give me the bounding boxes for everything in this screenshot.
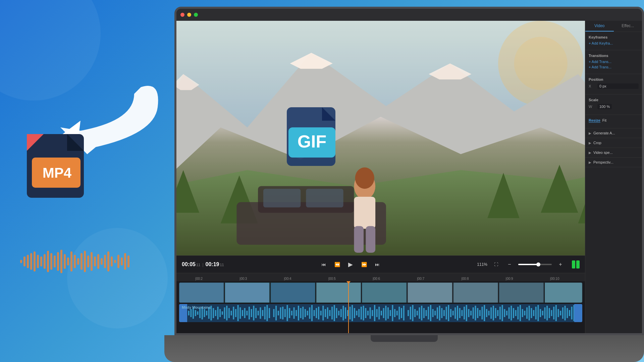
crop-section[interactable]: ▶ Crop bbox=[585, 138, 642, 148]
svg-rect-222 bbox=[484, 305, 485, 321]
video-speed-section[interactable]: ▶ Video spe... bbox=[585, 148, 642, 158]
svg-rect-235 bbox=[513, 308, 514, 318]
maximize-button[interactable] bbox=[194, 13, 198, 17]
svg-rect-185 bbox=[398, 307, 400, 319]
generate-ai-label: Generate A... bbox=[593, 131, 615, 135]
svg-rect-122 bbox=[255, 308, 257, 318]
timeline-tracks: Misty Mountains bbox=[176, 281, 585, 333]
resize-option[interactable]: Resize bbox=[589, 118, 600, 123]
svg-rect-241 bbox=[526, 307, 528, 319]
scale-w-label: W bbox=[589, 105, 595, 109]
svg-rect-132 bbox=[280, 307, 281, 319]
svg-rect-4 bbox=[23, 256, 25, 266]
svg-rect-223 bbox=[486, 309, 487, 317]
svg-text:GIF: GIF bbox=[298, 132, 327, 151]
tab-effects[interactable]: Effec... bbox=[614, 21, 642, 32]
color-bars-indicator bbox=[572, 260, 580, 268]
svg-rect-137 bbox=[291, 311, 292, 315]
svg-rect-182 bbox=[392, 305, 393, 321]
minimize-button[interactable] bbox=[187, 13, 191, 17]
svg-rect-237 bbox=[517, 307, 519, 319]
zoom-out-button[interactable]: − bbox=[505, 260, 514, 269]
svg-rect-73 bbox=[362, 283, 406, 302]
svg-rect-32 bbox=[117, 255, 119, 268]
svg-rect-100 bbox=[206, 311, 207, 315]
position-x-value[interactable]: 0 px bbox=[597, 83, 639, 89]
svg-rect-135 bbox=[287, 305, 288, 321]
svg-rect-13 bbox=[54, 255, 56, 267]
svg-rect-140 bbox=[298, 306, 299, 320]
svg-rect-134 bbox=[284, 309, 286, 317]
svg-rect-179 bbox=[385, 306, 386, 320]
svg-rect-248 bbox=[542, 311, 543, 315]
svg-rect-170 bbox=[365, 308, 366, 318]
skip-forward-button[interactable]: ⏭ bbox=[373, 260, 382, 269]
generate-ai-section[interactable]: ▶ Generate A... bbox=[585, 128, 642, 138]
svg-rect-186 bbox=[401, 308, 402, 318]
svg-rect-151 bbox=[322, 306, 324, 320]
rewind-button[interactable]: ⏪ bbox=[332, 260, 342, 269]
close-button[interactable] bbox=[180, 13, 184, 17]
current-time-display: 00:05 11 | 00:19 11 bbox=[182, 261, 224, 267]
svg-rect-216 bbox=[470, 311, 472, 315]
svg-rect-71 bbox=[317, 283, 361, 302]
add-keyframe-button[interactable]: + Add Keyfra... bbox=[589, 41, 639, 45]
audio-track[interactable]: Misty Mountains bbox=[179, 304, 582, 322]
svg-rect-113 bbox=[235, 309, 236, 317]
svg-rect-121 bbox=[253, 306, 254, 320]
svg-rect-184 bbox=[396, 311, 398, 315]
svg-rect-20 bbox=[77, 258, 79, 265]
svg-rect-150 bbox=[320, 311, 322, 315]
svg-rect-21 bbox=[80, 253, 83, 270]
svg-rect-115 bbox=[239, 307, 241, 319]
playhead[interactable] bbox=[348, 281, 349, 333]
video-area: 00:05 11 | 00:19 11 ⏮ ⏪ ▶ ⏩ ⏭ bbox=[176, 21, 585, 333]
svg-rect-24 bbox=[91, 252, 93, 271]
play-button[interactable]: ▶ bbox=[346, 260, 355, 269]
svg-rect-244 bbox=[533, 310, 534, 316]
svg-rect-18 bbox=[70, 251, 72, 272]
svg-rect-220 bbox=[479, 310, 481, 316]
svg-rect-189 bbox=[410, 307, 411, 319]
svg-rect-178 bbox=[383, 308, 384, 318]
svg-rect-226 bbox=[493, 306, 494, 320]
svg-rect-10 bbox=[44, 254, 46, 269]
svg-rect-243 bbox=[531, 308, 532, 318]
svg-rect-217 bbox=[473, 307, 474, 319]
laptop-base bbox=[164, 335, 644, 362]
svg-rect-246 bbox=[537, 305, 539, 321]
svg-rect-253 bbox=[553, 307, 554, 319]
ruler-mark-00:7: |00:7 bbox=[417, 277, 424, 281]
add-transition-button-2[interactable]: + Add Trans... bbox=[589, 65, 639, 69]
skip-back-button[interactable]: ⏮ bbox=[319, 260, 328, 269]
svg-rect-231 bbox=[504, 309, 505, 317]
perspective-section[interactable]: ▶ Perspectiv... bbox=[585, 158, 642, 167]
svg-rect-131 bbox=[278, 311, 279, 315]
fast-forward-button[interactable]: ⏩ bbox=[359, 260, 369, 269]
svg-rect-129 bbox=[273, 309, 274, 317]
zoom-in-button[interactable]: + bbox=[556, 260, 565, 269]
svg-rect-164 bbox=[352, 305, 353, 321]
svg-rect-104 bbox=[215, 310, 216, 316]
perspective-label: Perspectiv... bbox=[593, 160, 613, 164]
svg-rect-5 bbox=[27, 255, 29, 268]
svg-rect-77 bbox=[454, 283, 498, 302]
svg-rect-34 bbox=[124, 253, 126, 270]
svg-rect-188 bbox=[408, 310, 409, 316]
svg-rect-212 bbox=[461, 310, 463, 316]
svg-rect-167 bbox=[358, 309, 360, 317]
scale-w-value[interactable]: 100 % bbox=[597, 104, 612, 109]
zoom-slider[interactable] bbox=[518, 264, 552, 265]
fullscreen-button[interactable]: ⛶ bbox=[491, 260, 501, 269]
add-transition-button-1[interactable]: + Add Trans... bbox=[589, 60, 639, 64]
tab-video[interactable]: Video bbox=[585, 21, 614, 32]
svg-rect-155 bbox=[331, 307, 333, 319]
svg-rect-14 bbox=[57, 252, 59, 271]
fit-option[interactable]: Fit bbox=[602, 118, 606, 123]
svg-rect-229 bbox=[499, 307, 501, 319]
svg-rect-114 bbox=[237, 305, 239, 321]
svg-rect-109 bbox=[226, 306, 227, 320]
svg-rect-207 bbox=[450, 309, 451, 317]
video-track[interactable] bbox=[179, 283, 582, 303]
resize-fit-section: Resize Fit bbox=[585, 115, 642, 128]
